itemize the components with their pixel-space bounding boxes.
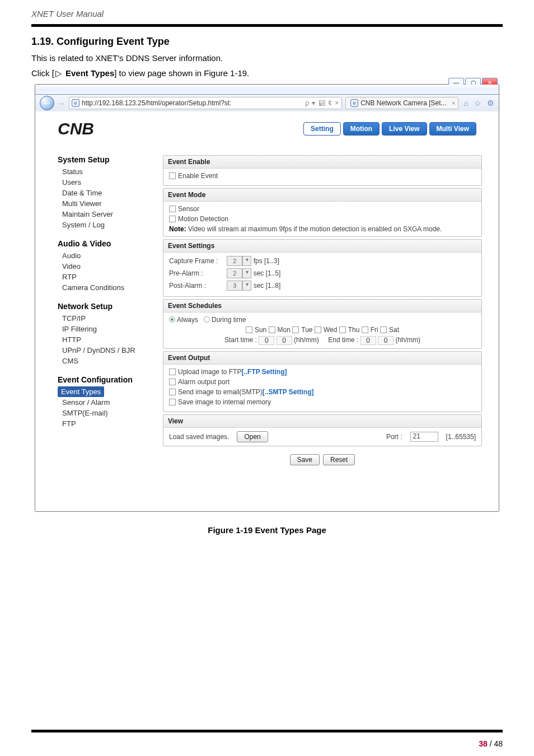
sidebar-item-rtp[interactable]: RTP — [58, 272, 157, 282]
capture-value[interactable] — [227, 256, 242, 266]
wed-checkbox[interactable] — [315, 326, 321, 333]
prealarm-value[interactable] — [227, 268, 242, 278]
sidebar-item-upnp[interactable]: UPnP / DynDNS / BJR — [58, 345, 157, 356]
start-hhmm: (hh/mm) — [294, 336, 319, 344]
save-internal-checkbox[interactable] — [169, 399, 176, 405]
note-text: Video will stream at maximum 9fps if the… — [186, 225, 442, 233]
liveview-button[interactable]: Live View — [382, 122, 427, 136]
postalarm-value[interactable] — [227, 281, 242, 291]
postalarm-label: Post-Alarm : — [169, 282, 225, 290]
always-radio[interactable] — [169, 316, 175, 323]
save-button[interactable]: Save — [290, 454, 320, 465]
setting-button[interactable]: Setting — [303, 122, 341, 136]
url-field[interactable]: e http://192.168.123.25/html/operator/Se… — [69, 97, 342, 109]
event-schedules-group: Event Schedules Always During time Sun M… — [163, 299, 482, 349]
smtp-checkbox[interactable] — [169, 389, 176, 395]
prealarm-label: Pre-Alarm : — [169, 269, 225, 277]
event-output-heading: Event Output — [163, 352, 481, 365]
port-range: [1..65535] — [446, 433, 476, 441]
start-hour-field[interactable]: 0 — [259, 336, 274, 345]
view-group: View Load saved images. Open Port : 21 [… — [163, 414, 482, 446]
end-min-field[interactable]: 0 — [378, 336, 394, 345]
end-label: End time : — [328, 336, 358, 344]
sidebar-item-eventtypes[interactable]: Event Types — [58, 386, 104, 397]
start-min-field[interactable]: 0 — [277, 336, 292, 345]
sidebar-item-smtp[interactable]: SMTP(E-mail) — [58, 408, 157, 418]
doc-header: XNET User Manual — [31, 9, 503, 21]
tab-close-icon[interactable]: × — [452, 100, 455, 106]
end-hour-field[interactable]: 0 — [360, 336, 376, 345]
mon-checkbox[interactable] — [269, 326, 275, 333]
capture-dropdown-icon[interactable]: ▾ — [242, 256, 251, 266]
sidebar-item-ftp[interactable]: FTP — [58, 418, 157, 429]
browser-tab[interactable]: e CNB Network Camera [Set... × — [345, 97, 458, 109]
ie-icon: e — [72, 99, 79, 107]
section-title: 1.19. Configuring Event Type — [31, 36, 503, 48]
motion-button[interactable]: Motion — [343, 122, 380, 136]
event-enable-group: Event Enable Enable Event — [163, 155, 482, 186]
page-number: 38 / 48 — [31, 739, 503, 748]
sidebar-item-sensor[interactable]: Sensor / Alarm — [58, 397, 157, 408]
port-value[interactable]: 21 — [410, 432, 438, 442]
capture-label: Capture Frame : — [169, 257, 225, 265]
triangle-icon: ▷ — [55, 68, 62, 78]
back-button[interactable]: ← — [40, 96, 54, 110]
sat-checkbox[interactable] — [380, 326, 387, 333]
sensor-label: Sensor — [178, 205, 199, 213]
upload-ftp-checkbox[interactable] — [169, 368, 176, 375]
alarm-port-checkbox[interactable] — [169, 379, 176, 385]
sidebar-item-audio[interactable]: Audio — [58, 250, 157, 261]
multiview-button[interactable]: Multi View — [429, 122, 476, 136]
sidebar-item-video[interactable]: Video — [58, 261, 157, 272]
sensor-checkbox[interactable] — [169, 206, 176, 212]
reset-button[interactable]: Reset — [323, 454, 355, 465]
always-label: Always — [177, 316, 198, 324]
page-header-band: CNB Setting Motion Live View Multi View — [35, 111, 499, 155]
prealarm-unit: sec [1..5] — [254, 269, 281, 277]
gear-icon[interactable]: ⚙ — [487, 99, 494, 108]
port-label: Port : — [386, 433, 402, 441]
fri-checkbox[interactable] — [362, 326, 368, 333]
sidebar-item-camera[interactable]: Camera Conditions — [58, 282, 157, 293]
open-button[interactable]: Open — [237, 431, 268, 442]
sidebar-item-status[interactable]: Status — [58, 166, 157, 177]
enable-event-checkbox[interactable] — [169, 172, 176, 179]
footer-rule — [31, 730, 503, 732]
postalarm-dropdown-icon[interactable]: ▾ — [242, 281, 251, 291]
prealarm-dropdown-icon[interactable]: ▾ — [242, 268, 251, 278]
intro-line-2: Click [▷ Event Types] to view page shown… — [31, 68, 503, 78]
page-total: / 48 — [488, 739, 503, 748]
sidebar-item-maintain[interactable]: Maintain Server — [58, 209, 157, 220]
event-schedules-heading: Event Schedules — [163, 300, 481, 312]
sidebar-item-http[interactable]: HTTP — [58, 334, 157, 345]
during-label: During time — [212, 316, 246, 324]
event-enable-heading: Event Enable — [163, 156, 481, 169]
star-icon[interactable]: ☆ — [474, 99, 481, 108]
figure-caption: Figure 1-19 Event Types Page — [31, 525, 503, 535]
load-saved-label: Load saved images. — [169, 433, 229, 441]
home-icon[interactable]: ⌂ — [464, 99, 469, 108]
start-label: Start time : — [224, 336, 257, 344]
day-tue: Tue — [301, 326, 312, 334]
tue-checkbox[interactable] — [292, 326, 299, 333]
smtp-setting-link[interactable]: [..SMTP Setting] — [263, 388, 314, 396]
motion-label: Motion Detection — [178, 215, 228, 223]
event-settings-heading: Event Settings — [163, 240, 481, 253]
sidebar-item-tcpip[interactable]: TCP/IP — [58, 313, 157, 324]
sidebar-item-cms[interactable]: CMS — [58, 356, 157, 366]
sidebar-item-systemlog[interactable]: System / Log — [58, 220, 157, 230]
view-heading: View — [163, 415, 481, 428]
thu-checkbox[interactable] — [339, 326, 346, 333]
sun-checkbox[interactable] — [246, 326, 252, 333]
during-radio[interactable] — [204, 316, 210, 323]
sidebar-item-datetime[interactable]: Date & Time — [58, 188, 157, 198]
upload-ftp-label: Upload image to FTP — [178, 368, 241, 376]
sidebar-item-users[interactable]: Users — [58, 177, 157, 188]
sidebar-item-multiviewer[interactable]: Multi Viewer — [58, 198, 157, 209]
ie-icon: e — [350, 99, 358, 107]
motion-checkbox[interactable] — [169, 216, 176, 222]
sidebar-item-ipfilter[interactable]: IP Filtering — [58, 324, 157, 334]
browser-window: — ▢ ✕ ← → e http://192.168.123.25/html/o… — [35, 84, 499, 512]
ftp-setting-link[interactable]: [..FTP Setting] — [241, 368, 287, 376]
forward-button[interactable]: → — [57, 99, 65, 108]
